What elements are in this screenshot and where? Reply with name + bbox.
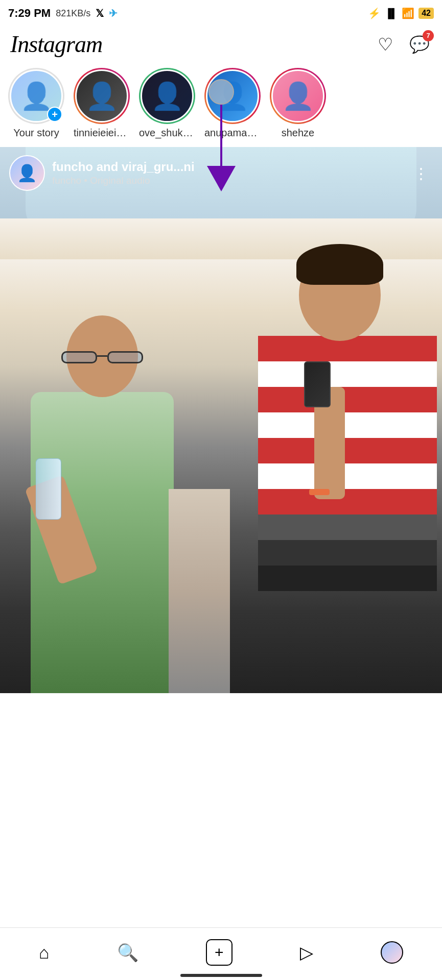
home-indicator: [180, 974, 262, 977]
person-icon-tinnie: 👤: [85, 81, 119, 112]
battery-icon: 42: [418, 8, 434, 19]
story-avatar-tinnie: 👤: [75, 69, 128, 122]
story-avatar-shehze: 👤: [271, 69, 324, 122]
profile-avatar: [381, 941, 403, 964]
add-story-button[interactable]: +: [47, 107, 62, 122]
bluetooth-icon: ⚡: [368, 7, 381, 19]
home-icon: ⌂: [39, 943, 50, 963]
add-icon: +: [206, 939, 232, 966]
search-button[interactable]: 🔍: [113, 938, 143, 967]
reel-avatar[interactable]: 👤: [9, 155, 45, 191]
bracelet: [309, 489, 330, 495]
story-avatar-wrap-tinnie: 👤: [74, 68, 130, 124]
story-label-anupama: anupama_vi...: [204, 127, 261, 139]
heart-icon: ♡: [378, 35, 393, 54]
story-item-shehze[interactable]: 👤 shehze: [270, 68, 326, 139]
wifi-icon: 📶: [402, 7, 414, 19]
person-icon-shehze: 👤: [282, 81, 315, 112]
glasses: [59, 351, 146, 363]
story-avatar-anupama: 👤: [206, 69, 259, 122]
notifications-button[interactable]: ♡: [376, 32, 395, 57]
status-time: 7:29 PM: [8, 7, 51, 20]
reel-subtext: funcho • Original audio: [52, 175, 195, 186]
reel-header: 👤 funcho and viraj_gru...ni funcho • Ori…: [0, 147, 442, 199]
story-label-ove: ove_shuklaa: [139, 127, 195, 139]
reel-user-info: 👤 funcho and viraj_gru...ni funcho • Ori…: [9, 155, 195, 191]
instagram-logo: Instagram: [10, 31, 102, 58]
story-ring-anupama: 👤: [204, 68, 261, 124]
person-icon-yours: 👤: [20, 81, 53, 112]
water-bottle: [36, 458, 61, 520]
xi-icon: 𝕏: [96, 7, 104, 19]
person-right: [253, 234, 442, 693]
story-avatar-ove: 👤: [141, 69, 194, 122]
status-bar: 7:29 PM 821KB/s 𝕏 ✈ ⚡ ▐▌ 📶 42: [0, 0, 442, 27]
story-label-yours: Your story: [13, 127, 59, 139]
person-icon-anupama: 👤: [216, 81, 249, 112]
app-header: Instagram ♡ 💬 7: [0, 27, 442, 64]
person-left: [31, 275, 174, 693]
person-right-body: [258, 336, 437, 693]
car-seat-divider: [169, 489, 230, 693]
header-icons: ♡ 💬 7: [376, 32, 432, 57]
story-item-tinnie[interactable]: 👤 tinnieieiei_26: [74, 68, 130, 139]
home-button[interactable]: ⌂: [35, 939, 54, 967]
story-label-tinnie: tinnieieiei_26: [74, 127, 130, 139]
story-ring-shehze: 👤: [270, 68, 326, 124]
bottom-nav: ⌂ 🔍 + ▷: [0, 927, 442, 980]
phone: [304, 361, 331, 407]
search-icon: 🔍: [117, 942, 138, 963]
person-right-hair: [296, 244, 383, 285]
car-scene: [0, 147, 442, 693]
reel-image: [0, 147, 442, 693]
status-right: ⚡ ▐▌ 📶 42: [368, 7, 434, 19]
story-item-yours[interactable]: 👤 + Your story: [8, 68, 64, 139]
story-item-anupama[interactable]: 👤 anupama_vi...: [204, 68, 261, 139]
add-post-button[interactable]: +: [202, 935, 237, 970]
status-speed: 821KB/s: [56, 8, 90, 19]
story-avatar-wrap-shehze: 👤: [270, 68, 326, 124]
reel-more-button[interactable]: ⋮: [409, 160, 433, 186]
reels-icon: ▷: [300, 942, 313, 963]
story-item-ove[interactable]: 👤 ove_shuklaa: [139, 68, 195, 139]
story-ring-tinnie: 👤: [74, 68, 130, 124]
reel-user-text: funcho and viraj_gru...ni funcho • Origi…: [52, 160, 195, 186]
reel-post: 👤 funcho and viraj_gru...ni funcho • Ori…: [0, 147, 442, 693]
story-avatar-wrap-anupama: 👤: [204, 68, 261, 124]
story-avatar-wrap-ove: 👤: [139, 68, 195, 124]
status-left: 7:29 PM 821KB/s 𝕏 ✈: [8, 7, 118, 20]
stories-row: 👤 + Your story 👤 tinnieieiei_26 👤: [0, 64, 442, 147]
signal-icon: ▐▌: [385, 8, 398, 19]
story-label-shehze: shehze: [282, 127, 315, 139]
profile-button[interactable]: [377, 937, 407, 968]
telegram-icon: ✈: [109, 7, 118, 19]
reels-button[interactable]: ▷: [296, 938, 317, 967]
message-badge: 7: [423, 30, 434, 41]
reel-username[interactable]: funcho and viraj_gru...ni: [52, 160, 195, 174]
messenger-button[interactable]: 💬 7: [407, 32, 432, 57]
person-icon-ove: 👤: [151, 81, 184, 112]
story-ring-ove: 👤: [139, 68, 195, 124]
story-avatar-wrap-yours: 👤 +: [8, 68, 64, 124]
